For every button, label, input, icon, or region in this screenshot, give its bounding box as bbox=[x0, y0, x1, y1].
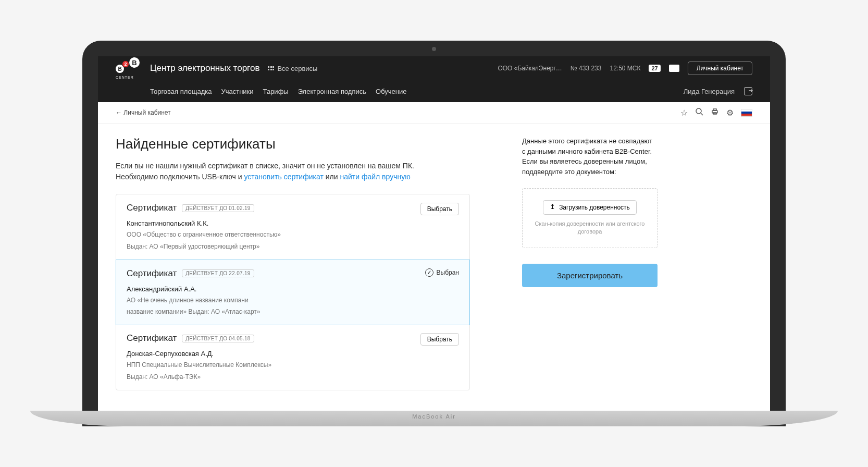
user-name[interactable]: Лида Генерация bbox=[684, 88, 735, 95]
find-file-link[interactable]: найти файл вручную bbox=[340, 173, 410, 181]
cert-issued: название компании» Выдан: АО «Атлас-карт… bbox=[127, 308, 459, 316]
cert-person: Донская-Серпуховская А.Д. bbox=[127, 350, 459, 358]
back-link[interactable]: ← Личный кабинет bbox=[116, 109, 171, 116]
cert-person: Константинопольский К.К. bbox=[127, 219, 459, 227]
upload-hint: Скан-копия доверенности или агентского д… bbox=[530, 220, 650, 236]
header-nav-row: Торговая площадка Участники Тарифы Элект… bbox=[116, 80, 752, 102]
svg-line-1 bbox=[701, 113, 703, 115]
logo[interactable]: B B 2 CENTER bbox=[116, 57, 142, 79]
svg-point-0 bbox=[696, 108, 701, 114]
intro-line2a: Необходимо подключить USB-ключ и bbox=[116, 173, 244, 181]
cert-title: Сертификат bbox=[127, 203, 177, 213]
logo-badge: 2 bbox=[122, 60, 129, 68]
cert-item-selected[interactable]: Сертификат ДЕЙСТВУЕТ ДО 22.07.19 ✓ Выбра… bbox=[116, 260, 470, 326]
order-number: № 433 233 bbox=[571, 65, 602, 72]
upload-button-label: Загрузить доверенность bbox=[559, 204, 630, 211]
page-title: Найденные сертификаты bbox=[116, 136, 470, 152]
screen: B B 2 CENTER Центр электронных торгов Вс… bbox=[98, 56, 770, 411]
nav-training[interactable]: Обучение bbox=[376, 88, 406, 95]
time-label: 12:50 МСК bbox=[610, 65, 640, 72]
cert-org: ООО «Общество с ограниченное ответственн… bbox=[127, 230, 459, 239]
cabinet-button[interactable]: Личный кабинет bbox=[688, 62, 752, 75]
nav-trading[interactable]: Торговая площадка bbox=[150, 88, 212, 95]
breadcrumb-bar: ← Личный кабинет ☆ ⚙ bbox=[98, 102, 770, 124]
flag-ru-icon[interactable] bbox=[741, 109, 752, 117]
install-cert-link[interactable]: установить сертификат bbox=[244, 173, 323, 181]
logo-b-icon: B bbox=[129, 57, 140, 68]
cert-valid-badge: ДЕЙСТВУЕТ ДО 22.07.19 bbox=[182, 269, 254, 277]
org-name[interactable]: ООО «БайкалЭнерг… bbox=[498, 65, 562, 72]
header: B B 2 CENTER Центр электронных торгов Вс… bbox=[98, 56, 770, 102]
grid-icon bbox=[268, 66, 274, 70]
mismatch-text: Данные этого сертификата не совпадают с … bbox=[522, 136, 658, 177]
svg-rect-3 bbox=[713, 109, 716, 110]
left-column: Найденные сертификаты Если вы не нашли н… bbox=[116, 136, 470, 390]
mail-icon[interactable] bbox=[669, 65, 679, 72]
gear-icon[interactable]: ⚙ bbox=[726, 108, 734, 118]
certificates-list: Сертификат ДЕЙСТВУЕТ ДО 01.02.19 Выбрать… bbox=[116, 194, 470, 390]
toolbar-icons: ☆ ⚙ bbox=[680, 107, 752, 118]
selected-label: Выбран bbox=[437, 269, 459, 276]
cert-person: Александрийский А.А. bbox=[127, 285, 459, 293]
cert-issued: Выдан: АО «Альфа-ТЭК» bbox=[127, 373, 459, 382]
cert-title: Сертификат bbox=[127, 268, 177, 279]
intro-line1: Если вы не нашли нужный сертификат в спи… bbox=[116, 162, 414, 170]
logo-text: CENTER bbox=[116, 76, 134, 79]
select-button[interactable]: Выбрать bbox=[420, 203, 459, 215]
select-button[interactable]: Выбрать bbox=[420, 333, 459, 346]
nav-signature[interactable]: Электронная подпись bbox=[298, 88, 366, 95]
intro-text: Если вы не нашли нужный сертификат в спи… bbox=[116, 161, 470, 182]
star-icon[interactable]: ☆ bbox=[680, 108, 688, 118]
cert-issued: Выдан: АО «Первый удостоверяющий центр» bbox=[127, 242, 459, 251]
header-top-row: B B 2 CENTER Центр электронных торгов Вс… bbox=[116, 56, 752, 80]
all-services-label: Все сервисы bbox=[277, 65, 317, 72]
search-icon[interactable] bbox=[695, 107, 703, 118]
nav-participants[interactable]: Участники bbox=[221, 88, 253, 95]
check-icon: ✓ bbox=[425, 268, 433, 277]
nav-tariffs[interactable]: Тарифы bbox=[263, 88, 289, 95]
cert-valid-badge: ДЕЙСТВУЕТ ДО 04.05.18 bbox=[182, 335, 254, 342]
cert-title: Сертификат bbox=[127, 333, 177, 343]
laptop-bottom: MacBook Air bbox=[30, 411, 838, 426]
intro-line2b: или bbox=[324, 173, 340, 181]
logout-icon[interactable] bbox=[744, 87, 752, 95]
cert-org: АО «Не очень длинное название компани bbox=[127, 296, 459, 305]
cert-item[interactable]: Сертификат ДЕЙСТВУЕТ ДО 04.05.18 Выбрать… bbox=[116, 325, 469, 390]
all-services-link[interactable]: Все сервисы bbox=[268, 65, 317, 72]
cert-org: НПП Специальные Вычислительные Комплексы… bbox=[127, 361, 459, 370]
day-badge: 27 bbox=[649, 65, 660, 72]
cert-valid-badge: ДЕЙСТВУЕТ ДО 01.02.19 bbox=[182, 204, 254, 212]
laptop-frame: B B 2 CENTER Центр электронных торгов Вс… bbox=[82, 41, 786, 426]
upload-icon bbox=[550, 204, 556, 211]
upload-button[interactable]: Загрузить доверенность bbox=[543, 200, 637, 215]
cert-item[interactable]: Сертификат ДЕЙСТВУЕТ ДО 01.02.19 Выбрать… bbox=[116, 194, 469, 260]
print-icon[interactable] bbox=[711, 107, 719, 118]
brand-title: Центр электронных торгов bbox=[150, 63, 259, 73]
register-button[interactable]: Зарегистрировать bbox=[522, 264, 658, 287]
main-content: Найденные сертификаты Если вы не нашли н… bbox=[98, 124, 770, 403]
right-column: Данные этого сертификата не совпадают с … bbox=[522, 136, 658, 390]
upload-dropzone[interactable]: Загрузить доверенность Скан-копия довере… bbox=[522, 188, 658, 248]
